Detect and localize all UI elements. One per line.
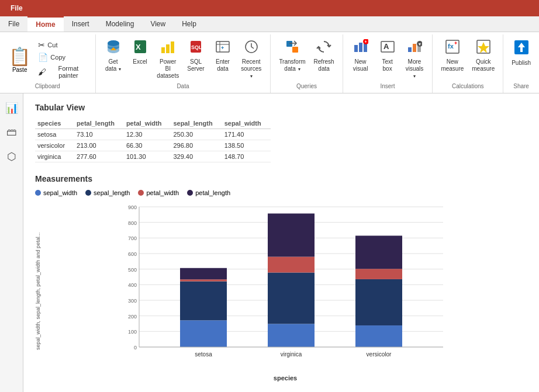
sidebar-data-icon[interactable]: 🗃 bbox=[3, 123, 20, 142]
legend-item-sepal_length: sepal_length bbox=[85, 189, 130, 196]
cell-petal_length: 213.00 bbox=[74, 140, 124, 151]
more-visuals-button[interactable]: ▾ Morevisuals ▾ bbox=[402, 37, 428, 82]
table-row: virginica277.60101.30329.40148.70 bbox=[35, 151, 271, 162]
recent-sources-button[interactable]: Recentsources ▾ bbox=[237, 37, 265, 82]
recent-sources-label: Recentsources ▾ bbox=[240, 58, 262, 79]
text-box-button[interactable]: A Textbox bbox=[375, 37, 400, 75]
powerbi-datasets-button[interactable]: Power BIdatasets bbox=[154, 37, 182, 82]
publish-icon bbox=[513, 39, 530, 58]
insert-group-items: + Newvisual A Textbox bbox=[348, 37, 428, 82]
new-measure-icon: fx + bbox=[445, 39, 460, 57]
svg-text:900: 900 bbox=[128, 204, 137, 210]
ribbon-tab-view[interactable]: View bbox=[142, 16, 174, 32]
new-visual-label: Newvisual bbox=[353, 58, 368, 72]
col-header-sepal-length: sepal_length bbox=[171, 118, 222, 129]
copy-label: Copy bbox=[50, 54, 65, 61]
paste-label: Paste bbox=[12, 67, 27, 73]
bar-segment-petal_width bbox=[180, 279, 227, 281]
sidebar-model-icon[interactable]: ⬡ bbox=[4, 147, 20, 166]
cell-petal_length: 277.60 bbox=[74, 151, 124, 162]
enter-data-icon: + bbox=[215, 39, 230, 57]
ribbon: FileHomeInsertModelingViewHelp 📋 Paste ✂… bbox=[0, 16, 539, 93]
paste-button[interactable]: 📋 Paste bbox=[5, 37, 34, 82]
bar-segment-petal_width bbox=[355, 269, 402, 279]
new-visual-icon: + bbox=[353, 39, 368, 57]
svg-rect-18 bbox=[359, 43, 362, 52]
publish-label: Publish bbox=[512, 60, 531, 67]
title-bar: File bbox=[0, 0, 539, 16]
svg-text:X: X bbox=[136, 43, 141, 51]
cell-sepal_width: 138.50 bbox=[222, 140, 271, 151]
get-data-button[interactable]: Getdata ▾ bbox=[101, 37, 126, 75]
queries-group-items: Transformdata ▾ Refreshdata bbox=[275, 37, 337, 82]
data-group-items: Getdata ▾ X Excel bbox=[101, 37, 266, 82]
ribbon-group-calculations: fx + Newmeasure Quickmeasure bbox=[433, 34, 503, 93]
chart-area: sepal_width, sepal_length, petal_width a… bbox=[35, 201, 527, 381]
cut-label: Cut bbox=[47, 41, 57, 48]
left-sidebar: 📊 🗃 ⬡ bbox=[0, 93, 23, 392]
col-header-petal-width: petal_width bbox=[124, 118, 171, 129]
col-header-species: species bbox=[35, 118, 74, 129]
sql-server-button[interactable]: SQL SQLServer bbox=[183, 37, 209, 75]
ribbon-tab-file[interactable]: File bbox=[0, 16, 27, 32]
ribbon-tab-insert[interactable]: Insert bbox=[64, 16, 98, 32]
cut-button[interactable]: ✂ Cut bbox=[36, 39, 90, 51]
ribbon-tab-bar: FileHomeInsertModelingViewHelp bbox=[0, 16, 539, 32]
svg-text:100: 100 bbox=[128, 329, 137, 335]
svg-rect-25 bbox=[413, 44, 416, 52]
publish-button[interactable]: Publish bbox=[508, 37, 534, 69]
copy-button[interactable]: 📄 Copy bbox=[36, 51, 90, 63]
transform-data-button[interactable]: Transformdata ▾ bbox=[275, 37, 309, 75]
file-menu-button[interactable]: File bbox=[5, 2, 29, 15]
svg-rect-15 bbox=[292, 47, 298, 53]
legend-item-sepal_width: sepal_width bbox=[35, 189, 77, 196]
svg-marker-33 bbox=[478, 42, 489, 53]
get-data-icon bbox=[106, 39, 121, 57]
cell-sepal_length: 329.40 bbox=[171, 151, 222, 162]
new-visual-button[interactable]: + Newvisual bbox=[348, 37, 374, 75]
cell-species: versicolor bbox=[35, 140, 74, 151]
ribbon-content: 📋 Paste ✂ Cut 📄 Copy 🖌 Format painter bbox=[0, 32, 539, 93]
new-measure-button[interactable]: fx + Newmeasure bbox=[437, 37, 467, 75]
ribbon-tab-home[interactable]: Home bbox=[27, 16, 63, 32]
cell-sepal_width: 148.70 bbox=[222, 151, 271, 162]
bar-segment-petal_width bbox=[268, 256, 315, 272]
format-painter-label: Format painter bbox=[49, 65, 88, 79]
ribbon-tab-help[interactable]: Help bbox=[174, 16, 205, 32]
cell-species: virginica bbox=[35, 151, 74, 162]
enter-data-label: Enterdata bbox=[216, 58, 230, 72]
ribbon-group-insert: + Newvisual A Textbox bbox=[343, 34, 433, 93]
svg-text:fx: fx bbox=[448, 43, 454, 50]
quick-measure-button[interactable]: Quickmeasure bbox=[468, 37, 498, 75]
powerbi-icon bbox=[160, 39, 175, 57]
svg-text:0: 0 bbox=[134, 345, 137, 351]
bar-segment-sepal_length bbox=[180, 282, 227, 321]
recent-sources-icon bbox=[244, 39, 259, 57]
ribbon-group-data: Getdata ▾ X Excel bbox=[96, 34, 271, 93]
text-box-icon: A bbox=[380, 39, 395, 57]
table-row: versicolor213.0066.30296.80138.50 bbox=[35, 140, 271, 151]
svg-text:+: + bbox=[221, 45, 224, 51]
enter-data-button[interactable]: + Enterdata bbox=[210, 37, 236, 75]
bar-segment-sepal_width bbox=[268, 324, 315, 347]
svg-text:500: 500 bbox=[128, 267, 137, 273]
cell-sepal_length: 250.30 bbox=[171, 129, 222, 140]
small-clipboard-buttons: ✂ Cut 📄 Copy 🖌 Format painter bbox=[36, 37, 90, 82]
refresh-data-button[interactable]: Refreshdata bbox=[310, 37, 338, 75]
sidebar-report-icon[interactable]: 📊 bbox=[2, 98, 22, 118]
ribbon-tab-modeling[interactable]: Modeling bbox=[98, 16, 143, 32]
new-measure-label: Newmeasure bbox=[441, 58, 464, 72]
cell-sepal_width: 171.40 bbox=[222, 129, 271, 140]
format-painter-button[interactable]: 🖌 Format painter bbox=[36, 64, 90, 80]
clipboard-group-label: Clipboard bbox=[35, 82, 60, 91]
bar-segment-sepal_width bbox=[180, 320, 227, 347]
bar-segment-sepal_width bbox=[355, 325, 402, 347]
svg-rect-5 bbox=[166, 44, 170, 53]
bar-segment-sepal_length bbox=[355, 279, 402, 325]
data-group-label: Data bbox=[177, 82, 189, 91]
powerbi-datasets-label: Power BIdatasets bbox=[157, 58, 179, 79]
excel-button[interactable]: X Excel bbox=[127, 37, 153, 68]
svg-text:400: 400 bbox=[128, 282, 137, 288]
measurements-title: Measurements bbox=[35, 174, 527, 183]
table-row: setosa73.1012.30250.30171.40 bbox=[35, 129, 271, 140]
